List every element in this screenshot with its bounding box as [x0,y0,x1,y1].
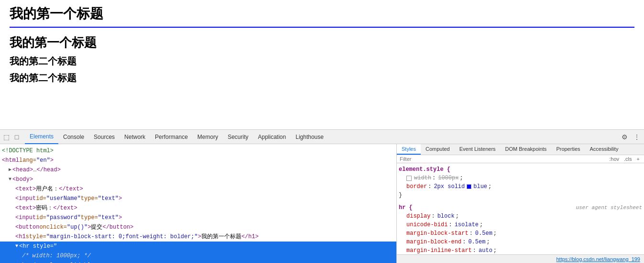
page-divider [10,27,634,28]
page-content: 我的第一个标题 我的第一个标题 我的第二个标题 我的第二个标题 [0,0,644,129]
page-heading2a: 我的第二个标题 [10,55,634,68]
page-heading2b: 我的第二个标题 [10,72,634,84]
page-heading1: 我的第一个标题 [10,5,634,23]
page-heading1b: 我的第一个标题 [10,34,634,51]
